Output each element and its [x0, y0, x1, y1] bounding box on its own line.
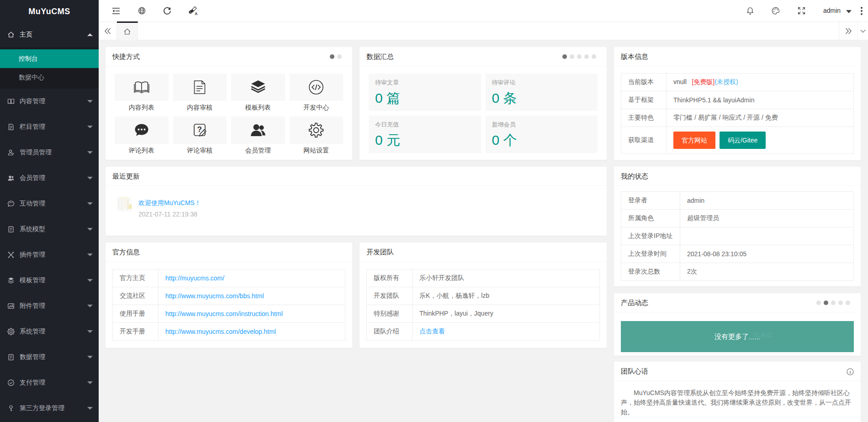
svg-text:A: A [195, 11, 197, 16]
